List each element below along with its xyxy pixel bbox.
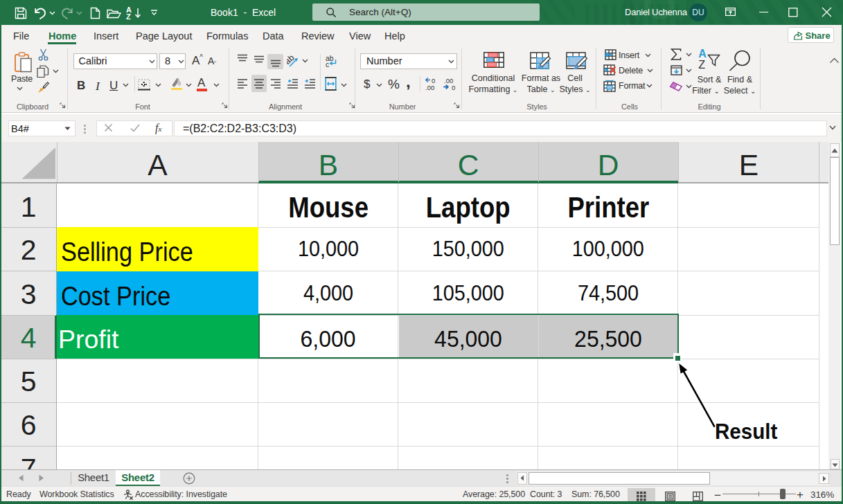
svg-text:0: 0 — [452, 84, 455, 91]
svg-text:c: c — [326, 60, 329, 68]
svg-text:.00: .00 — [425, 84, 434, 91]
